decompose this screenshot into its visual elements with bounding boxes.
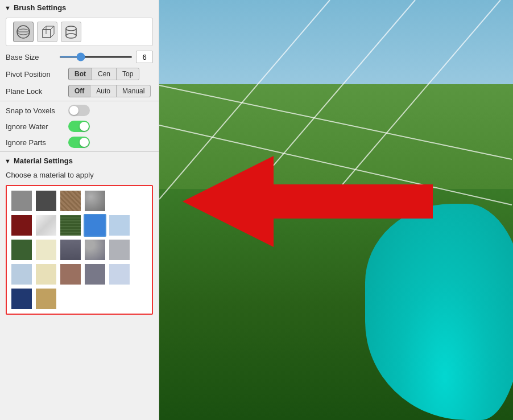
snap-to-voxels-toggle[interactable]: [68, 105, 90, 116]
plane-lock-row: Plane Lock Off Auto Manual: [0, 83, 159, 100]
sphere-icon: [15, 24, 31, 40]
material-cell-6[interactable]: [35, 214, 57, 237]
material-cell-4[interactable]: [108, 190, 131, 212]
ignore-water-knob: [80, 122, 89, 131]
ignore-water-row: Ignore Water: [0, 118, 159, 134]
snap-to-voxels-row: Snap to Voxels: [0, 102, 159, 118]
plane-lock-label: Plane Lock: [6, 87, 68, 96]
material-cell-18[interactable]: [84, 263, 106, 286]
material-cell-11[interactable]: [35, 238, 57, 261]
material-cell-16[interactable]: [35, 263, 57, 286]
material-swatch-12: [60, 240, 81, 260]
left-panel: ▼ Brush Settings: [0, 0, 159, 420]
material-swatch-7: [60, 215, 81, 236]
plane-manual-button[interactable]: Manual: [116, 85, 151, 97]
material-cell-7[interactable]: [59, 214, 82, 237]
base-size-slider[interactable]: [59, 56, 133, 58]
ignore-parts-track: [68, 137, 90, 148]
material-cell-22[interactable]: [59, 287, 82, 310]
material-swatch-11: [36, 240, 56, 260]
base-size-slider-container: 6: [59, 51, 153, 63]
material-cell-13[interactable]: [84, 238, 106, 261]
material-cell-15[interactable]: [10, 263, 33, 286]
svg-rect-5: [66, 28, 76, 36]
material-swatch-17: [60, 264, 81, 285]
material-cell-14[interactable]: [108, 238, 131, 261]
material-swatch-10: [11, 240, 32, 260]
ignore-parts-row: Ignore Parts: [0, 134, 159, 150]
base-size-input[interactable]: 6: [136, 51, 153, 63]
material-swatch-16: [36, 264, 56, 285]
ignore-water-label: Ignore Water: [6, 122, 68, 131]
snap-to-voxels-label: Snap to Voxels: [6, 106, 68, 115]
material-swatch-14: [109, 240, 130, 260]
material-swatch-3: [85, 191, 105, 211]
material-swatch-6: [36, 215, 56, 236]
material-settings-arrow: ▼: [5, 158, 11, 164]
svg-rect-3: [43, 30, 51, 38]
material-cell-10[interactable]: [10, 238, 33, 261]
pivot-position-row: Pivot Position Bot Cen Top: [0, 65, 159, 83]
material-swatch-8: [85, 215, 105, 236]
material-settings-title: Material Settings: [14, 157, 73, 165]
brush-cube-button[interactable]: [37, 22, 57, 42]
material-swatch-13: [85, 240, 105, 260]
pivot-top-button[interactable]: Top: [116, 68, 139, 80]
material-cell-23[interactable]: [84, 287, 106, 310]
pivot-cen-button[interactable]: Cen: [92, 68, 117, 80]
material-cell-5[interactable]: [10, 214, 33, 237]
material-cell-21[interactable]: [35, 287, 57, 310]
ignore-parts-label: Ignore Parts: [6, 138, 68, 147]
plane-lock-button-group: Off Auto Manual: [68, 85, 153, 97]
material-swatch-15: [11, 264, 32, 285]
choose-material-label: Choose a material to apply: [0, 168, 159, 182]
material-cell-20[interactable]: [10, 287, 33, 310]
snap-to-voxels-knob: [69, 106, 78, 115]
material-cell-3[interactable]: [84, 190, 106, 212]
base-size-label: Base Size: [6, 53, 59, 61]
svg-marker-14: [183, 156, 433, 247]
material-cell-8[interactable]: [84, 214, 106, 237]
svg-point-4: [66, 26, 76, 31]
material-cell-0[interactable]: [10, 190, 33, 212]
material-cell-9[interactable]: [108, 214, 131, 237]
brush-sphere-button[interactable]: [13, 22, 34, 42]
cylinder-icon: [63, 24, 79, 40]
material-cell-24[interactable]: [108, 287, 131, 310]
material-cell-1[interactable]: [35, 190, 57, 212]
cube-icon: [39, 24, 55, 40]
3d-viewport[interactable]: [159, 0, 513, 420]
material-cell-12[interactable]: [59, 238, 82, 261]
material-swatch-18: [85, 264, 105, 285]
base-size-row: Base Size 6: [0, 48, 159, 65]
material-swatch-0: [11, 191, 32, 211]
snap-to-voxels-track: [68, 105, 90, 116]
ignore-water-toggle[interactable]: [68, 121, 90, 132]
svg-point-8: [66, 34, 76, 38]
material-swatch-1: [36, 191, 56, 211]
brush-settings-header[interactable]: ▼ Brush Settings: [0, 0, 159, 15]
pivot-bot-button[interactable]: Bot: [68, 68, 92, 80]
material-swatch-5: [11, 215, 32, 236]
material-swatch-9: [109, 215, 130, 236]
material-swatch-20: [11, 289, 32, 309]
plane-auto-button[interactable]: Auto: [90, 85, 117, 97]
scene-background: [159, 0, 513, 420]
ignore-water-track: [68, 121, 90, 132]
brush-cylinder-button[interactable]: [61, 22, 81, 42]
material-swatch-19: [109, 264, 130, 285]
ignore-parts-knob: [80, 138, 89, 147]
material-cell-2[interactable]: [59, 190, 82, 212]
red-arrow: [183, 145, 433, 258]
material-cell-19[interactable]: [108, 263, 131, 286]
material-settings-header[interactable]: ▼ Material Settings: [0, 153, 159, 168]
brush-shape-selector: [6, 18, 153, 46]
plane-off-button[interactable]: Off: [68, 85, 90, 97]
material-cell-17[interactable]: [59, 263, 82, 286]
pivot-position-label: Pivot Position: [6, 70, 68, 79]
material-grid: [6, 185, 153, 315]
material-swatch-21: [36, 289, 56, 309]
brush-settings-arrow: ▼: [5, 5, 11, 11]
ignore-parts-toggle[interactable]: [68, 137, 90, 148]
material-swatch-2: [60, 191, 81, 211]
